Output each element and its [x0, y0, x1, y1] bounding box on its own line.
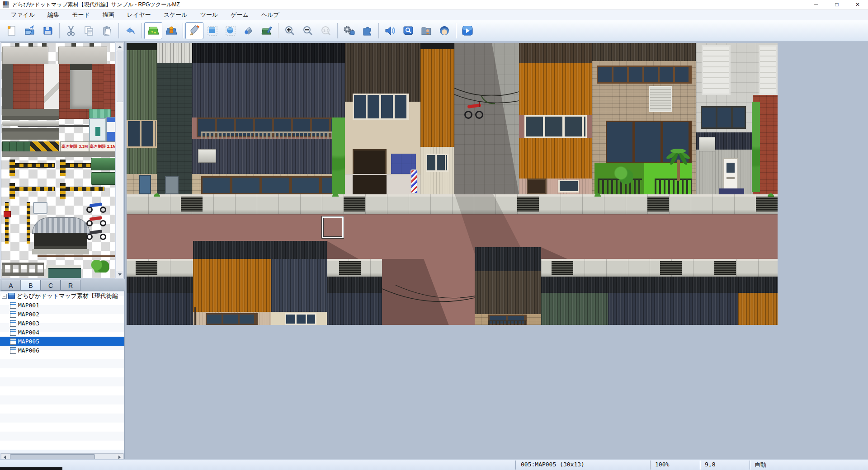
- palette-tab-a[interactable]: A: [1, 280, 21, 291]
- palette-tab-b[interactable]: B: [21, 280, 41, 291]
- map-label: MAP001: [18, 302, 39, 309]
- maximize-button[interactable]: □: [826, 0, 847, 9]
- roof-cap: [608, 277, 738, 293]
- collapse-expander[interactable]: −: [2, 294, 7, 299]
- menu-mode[interactable]: モード: [66, 9, 96, 20]
- bike-shelter-interior: [34, 233, 87, 249]
- striped-pole-tile: [5, 202, 9, 244]
- copy-button[interactable]: [80, 22, 98, 39]
- zoom-out-icon: [302, 25, 314, 37]
- event-search-button[interactable]: [399, 22, 417, 39]
- tileset-palette[interactable]: 高さ制限 3.3M 高さ制限 2.1M: [1, 42, 115, 278]
- status-cursor-coords: 9,8: [705, 461, 715, 468]
- scrollbar-thumb[interactable]: [117, 51, 123, 102]
- actual-scale-button[interactable]: 1:1: [317, 22, 335, 39]
- minimize-button[interactable]: ─: [806, 0, 826, 9]
- new-project-button[interactable]: [3, 22, 21, 39]
- zoom-out-button[interactable]: [299, 22, 317, 39]
- menu-tools[interactable]: ツール: [194, 9, 225, 20]
- shadow-pen-icon: [261, 25, 273, 37]
- pencil-tool-button[interactable]: [185, 22, 203, 39]
- menu-edit[interactable]: 編集: [41, 9, 66, 20]
- window: [701, 106, 746, 129]
- wall-grate: [339, 261, 361, 275]
- palette-tile: [2, 109, 59, 120]
- map-tree-item-map006[interactable]: MAP006: [0, 346, 124, 355]
- palette-tab-c[interactable]: C: [41, 280, 61, 291]
- wood-door: [527, 179, 547, 194]
- ivy: [332, 118, 345, 194]
- rectangle-tool-button[interactable]: [203, 22, 222, 39]
- status-zoom-level: 100%: [655, 461, 669, 468]
- grid-window: [702, 45, 731, 95]
- weed: [154, 192, 160, 197]
- map-tree-item-map002[interactable]: MAP002: [0, 310, 124, 319]
- cut-button[interactable]: [62, 22, 80, 39]
- resource-manager-button[interactable]: [417, 22, 435, 39]
- left-panel: 高さ制限 3.3M 高さ制限 2.1M: [0, 42, 125, 459]
- wall-grate: [660, 261, 682, 275]
- gate-arm-tile: [15, 187, 55, 191]
- save-button[interactable]: [39, 22, 57, 39]
- bike-shelter-base: [32, 249, 89, 254]
- menu-scale[interactable]: スケール: [157, 9, 194, 20]
- ac-unit: [699, 137, 715, 151]
- map-tree-item-map003[interactable]: MAP003: [0, 319, 124, 328]
- zoom-in-button[interactable]: [281, 22, 299, 39]
- palette-tile: [13, 64, 29, 109]
- undo-button[interactable]: [121, 22, 139, 39]
- menu-game[interactable]: ゲーム: [224, 9, 255, 20]
- menu-help[interactable]: ヘルプ: [255, 9, 286, 20]
- door-step-tiles: [719, 188, 744, 194]
- event-mode-button[interactable]: [162, 22, 180, 39]
- gate-arm-tile: [15, 163, 55, 168]
- map-label: MAP002: [18, 311, 39, 318]
- open-project-button[interactable]: [21, 22, 39, 39]
- rpg-maker-window: どらぴかドットマップ素材【現代街編】サンプル - RPGツクールMZ ─ □ ✕…: [0, 0, 868, 470]
- scroll-down-button[interactable]: [116, 271, 123, 278]
- status-separator: [515, 461, 516, 470]
- building-roof-cap: [420, 43, 454, 49]
- map-file-icon: [10, 302, 16, 309]
- menu-file[interactable]: ファイル: [5, 9, 41, 20]
- project-label: どらぴかドットマップ素材【現代街編: [17, 292, 118, 300]
- playtest-button[interactable]: [458, 22, 476, 39]
- map-canvas[interactable]: [127, 43, 778, 325]
- shadow-pen-button[interactable]: [258, 22, 276, 39]
- menu-draw[interactable]: 描画: [96, 9, 121, 20]
- ellipse-tool-button[interactable]: [222, 22, 240, 39]
- menu-layer[interactable]: レイヤー: [121, 9, 157, 20]
- flood-fill-button[interactable]: [240, 22, 258, 39]
- palette-tab-r[interactable]: R: [61, 280, 80, 291]
- map-mode-button[interactable]: [144, 22, 162, 39]
- database-button[interactable]: [340, 22, 358, 39]
- hazard-stripe-tile: [30, 141, 59, 151]
- window-band: [127, 120, 157, 148]
- palette-tile: [2, 121, 59, 126]
- status-map-info: 005:MAP005 (30x13): [521, 461, 585, 468]
- speaker-icon: [384, 25, 396, 37]
- close-button[interactable]: ✕: [847, 0, 868, 9]
- shuttered-window: [649, 86, 672, 112]
- palette-tile: [59, 64, 70, 109]
- paste-button[interactable]: [98, 22, 116, 39]
- sound-test-button[interactable]: [381, 22, 399, 39]
- scissors-icon: [65, 25, 77, 37]
- roof-cap: [327, 277, 382, 293]
- bench-tile: [91, 158, 115, 170]
- plugin-manager-button[interactable]: [358, 22, 376, 39]
- map-tree-item-map001[interactable]: MAP001: [0, 301, 124, 310]
- toolbar-separator: [142, 23, 142, 38]
- map-mode-icon: [147, 25, 160, 37]
- toolbar-separator: [118, 23, 119, 38]
- hedge-tile: [90, 260, 109, 273]
- palette-scrollbar[interactable]: [116, 42, 123, 278]
- scroll-up-button[interactable]: [116, 43, 123, 50]
- map-tree-item-map004[interactable]: MAP004: [0, 328, 124, 337]
- actual-scale-icon: [320, 25, 332, 37]
- height-limit-sign: 高さ制限 3.3M: [60, 141, 89, 152]
- map-tree-root[interactable]: − どらぴかドットマップ素材【現代街編: [0, 291, 124, 301]
- character-generator-button[interactable]: [435, 22, 453, 39]
- map-tree-item-map005-selected[interactable]: MAP005: [0, 337, 124, 346]
- play-icon: [461, 25, 474, 37]
